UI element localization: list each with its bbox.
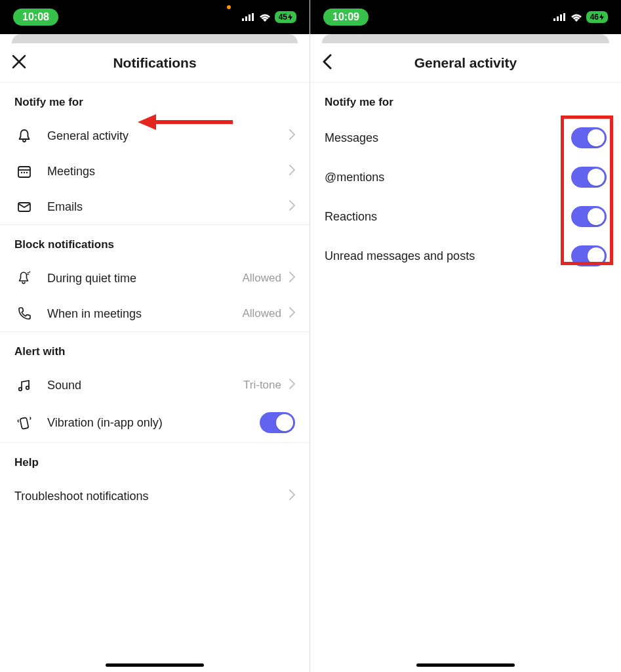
status-bar: 10:08 45	[0, 0, 310, 34]
section-header-block: Block notifications	[0, 225, 310, 261]
row-sound[interactable]: Sound Tri-tone	[0, 368, 310, 403]
music-icon	[14, 377, 34, 393]
back-button[interactable]	[322, 54, 332, 72]
row-reactions[interactable]: Reactions	[310, 197, 621, 236]
page-title: General activity	[414, 55, 517, 71]
row-emails[interactable]: Emails	[0, 189, 310, 224]
row-label: Troubleshoot notifications	[14, 490, 289, 503]
mail-icon	[14, 199, 34, 215]
row-value: Tri-tone	[243, 379, 281, 392]
status-indicators: 45	[242, 11, 296, 23]
content-area: Notify me for Messages @mentions Reactio…	[310, 83, 621, 672]
svg-point-8	[26, 172, 28, 173]
row-troubleshoot[interactable]: Troubleshoot notifications	[0, 478, 310, 514]
unread-toggle[interactable]	[571, 245, 607, 266]
status-bar: 10:09 46	[310, 0, 621, 34]
recording-indicator-dot	[227, 5, 231, 9]
wifi-icon	[259, 13, 271, 22]
status-time: 10:09	[323, 9, 369, 26]
phone-right: 10:09 46 General activity Notify me for …	[310, 0, 621, 672]
section-header-help: Help	[0, 443, 310, 478]
messages-toggle[interactable]	[571, 127, 607, 148]
sheet: General activity Notify me for Messages …	[310, 43, 621, 672]
battery-indicator: 46	[586, 11, 608, 23]
svg-rect-20	[563, 13, 565, 21]
chevron-right-icon	[289, 272, 295, 285]
chevron-right-icon	[289, 307, 295, 320]
bell-icon	[14, 128, 34, 144]
row-label: Messages	[325, 131, 571, 145]
svg-rect-3	[252, 13, 254, 21]
svg-text:z: z	[29, 270, 31, 274]
phone-icon	[14, 306, 34, 322]
vibration-toggle[interactable]	[260, 412, 295, 433]
row-mentions[interactable]: @mentions	[310, 158, 621, 197]
chevron-right-icon	[289, 490, 295, 503]
close-button[interactable]	[12, 54, 26, 72]
chevron-right-icon	[289, 379, 295, 392]
row-general-activity[interactable]: General activity	[0, 118, 310, 154]
calendar-icon	[14, 163, 34, 179]
svg-rect-17	[553, 18, 555, 21]
content-area: Notify me for General activity Meetings	[0, 83, 310, 672]
close-icon	[12, 54, 26, 69]
page-title: Notifications	[113, 55, 196, 71]
nav-bar: General activity	[310, 43, 621, 83]
svg-rect-0	[242, 18, 244, 21]
svg-rect-2	[249, 14, 250, 21]
chevron-left-icon	[322, 54, 332, 70]
row-label: @mentions	[325, 171, 571, 184]
nav-bar: Notifications	[0, 43, 310, 83]
sheet: Notifications Notify me for General acti…	[0, 43, 310, 672]
section-header-notify: Notify me for	[0, 83, 310, 118]
vibration-icon	[14, 414, 34, 431]
row-label: Reactions	[325, 210, 571, 224]
row-value: Allowed	[242, 307, 281, 320]
row-label: Emails	[47, 200, 289, 214]
section-header-alert: Alert with	[0, 332, 310, 368]
mentions-toggle[interactable]	[571, 167, 607, 188]
row-label: Meetings	[47, 165, 289, 178]
row-value: Allowed	[242, 272, 281, 285]
svg-rect-14	[20, 417, 28, 429]
battery-indicator: 45	[275, 11, 296, 23]
cellular-icon	[242, 13, 255, 21]
row-meetings[interactable]: Meetings	[0, 154, 310, 189]
row-label: Vibration (in-app only)	[47, 416, 260, 430]
svg-rect-1	[245, 16, 247, 21]
row-label: When in meetings	[47, 307, 242, 321]
home-indicator	[416, 663, 515, 667]
chevron-right-icon	[289, 165, 295, 178]
svg-point-6	[21, 172, 22, 173]
row-label: During quiet time	[47, 272, 242, 285]
svg-point-7	[24, 172, 25, 173]
wifi-icon	[571, 13, 582, 22]
chevron-right-icon	[289, 129, 295, 142]
svg-point-12	[19, 388, 22, 391]
row-unread[interactable]: Unread messages and posts	[310, 236, 621, 276]
quiet-bell-icon: zz	[14, 270, 34, 287]
chevron-right-icon	[289, 200, 295, 213]
row-when-in-meetings[interactable]: When in meetings Allowed	[0, 296, 310, 331]
phone-left: 10:08 45 Notifications Notify me for	[0, 0, 310, 672]
row-label: Sound	[47, 379, 243, 392]
row-label: Unread messages and posts	[325, 249, 571, 263]
status-indicators: 46	[553, 11, 608, 23]
svg-rect-18	[557, 16, 559, 21]
section-header-notify: Notify me for	[310, 83, 621, 118]
svg-point-13	[26, 387, 30, 390]
row-label: General activity	[47, 129, 289, 143]
status-time: 10:08	[13, 9, 58, 26]
home-indicator	[106, 663, 204, 667]
row-messages[interactable]: Messages	[310, 118, 621, 158]
reactions-toggle[interactable]	[571, 206, 607, 227]
row-quiet-time[interactable]: zz During quiet time Allowed	[0, 261, 310, 296]
row-vibration[interactable]: Vibration (in-app only)	[0, 403, 310, 442]
cellular-icon	[553, 13, 567, 21]
svg-rect-19	[560, 14, 562, 21]
